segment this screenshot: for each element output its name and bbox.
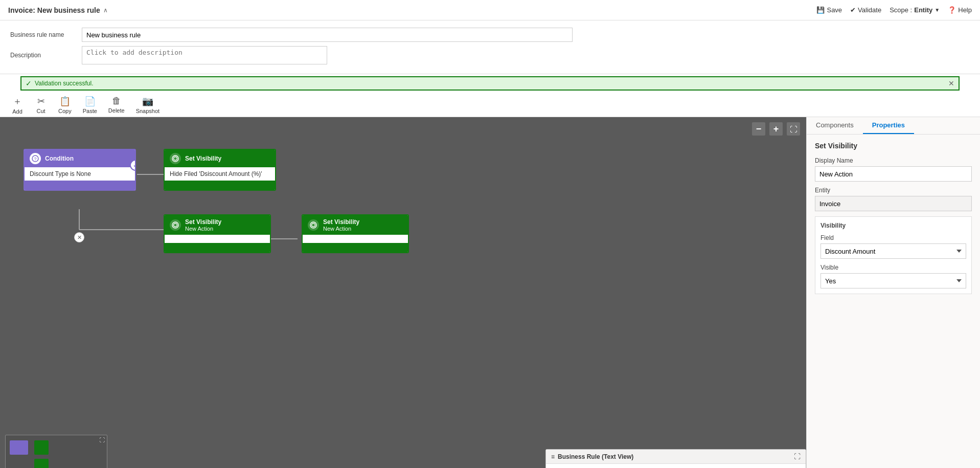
visible-select[interactable]: Yes No [821,273,966,288]
rule-name-row: Business rule name [10,28,970,42]
visible-label: Visible [821,264,966,271]
snapshot-button[interactable]: 📷 Snapshot [131,94,165,116]
text-view-title-text: Business Rule (Text View) [558,453,633,460]
visibility-subsection-title: Visibility [821,222,966,229]
field-select[interactable]: Discount Amount Discount Type Amount Tot… [821,243,966,259]
svg-point-10 [312,224,315,227]
page-title: Invoice: New business rule [8,6,100,14]
validation-message: Validation successful. [35,80,94,87]
condition-footer [25,181,135,190]
vis2-title: Set Visibility [185,218,221,226]
top-bar-left: Invoice: New business rule ∧ [8,6,108,14]
vis-node-1[interactable]: Set Visibility Hide Filed 'Dsiscount Amo… [164,149,276,191]
vis1-title: Set Visibility [185,155,221,162]
condition-subtitle: Discount Type is None [30,170,91,177]
vis3-subtitle: New Action [323,226,359,232]
mini-vis1 [34,440,49,455]
text-view-panel: ≡ Business Rule (Text View) ⛶ .. [545,449,806,468]
fit-button[interactable]: ⛶ [787,122,800,136]
rule-name-input[interactable] [82,28,573,42]
right-tabs: Components Properties [807,117,980,135]
right-panel: Components Properties Set Visibility Dis… [806,117,980,468]
validate-button[interactable]: ✔ Validate [850,6,881,14]
chevron-icon: ∧ [103,7,108,14]
condition-node[interactable]: ? Condition Discount Type is None ✓ [24,149,136,191]
description-label: Description [10,52,77,59]
delete-button[interactable]: 🗑 Delete [103,94,130,116]
save-button[interactable]: 💾 Save [816,6,842,14]
vis1-subtitle: Hide Filed 'Dsiscount Amount (%)' [170,170,262,177]
canvas-area: − + ⛶ ? Condition Discount Type is None … [0,117,980,468]
description-input[interactable] [82,46,327,64]
mini-map-expand-button[interactable]: ⛶ [99,437,105,443]
top-bar: Invoice: New business rule ∧ 💾 Save ✔ Va… [0,0,980,20]
vis2-subtitle: New Action [185,226,221,232]
help-icon: ❓ [948,6,956,14]
condition-icon: ? [30,153,41,164]
rule-name-label: Business rule name [10,31,77,38]
display-name-label: Display Name [815,157,972,164]
condition-body: Discount Type is None [25,167,135,181]
svg-point-6 [174,157,177,161]
save-icon: 💾 [816,6,825,14]
snapshot-icon: 📷 [142,96,153,107]
canvas[interactable]: − + ⛶ ? Condition Discount Type is None … [0,117,806,468]
validation-close-button[interactable]: ✕ [948,79,954,87]
copy-icon: 📋 [59,96,71,107]
validation-check-icon: ✓ [26,79,32,87]
vis2-icon [170,219,181,231]
right-panel-content: Set Visibility Display Name Entity Visib… [807,135,980,301]
cut-button[interactable]: ✂ Cut [30,94,52,116]
validation-bar: ✓ Validation successful. ✕ [20,76,960,91]
svg-point-8 [174,224,177,227]
mini-map: ⛶ [5,435,107,468]
vis3-icon [308,219,319,231]
scope-section: Scope : Entity ▼ [890,6,940,14]
vis1-icon [170,153,181,164]
entity-label: Entity [815,187,972,194]
panel-section-title: Set Visibility [815,142,972,150]
tab-components[interactable]: Components [807,117,863,134]
vis3-title: Set Visibility [323,218,359,226]
toolbar: ＋ Add ✂ Cut 📋 Copy 📄 Paste 🗑 Delete 📷 Sn… [0,93,980,117]
canvas-controls: − + ⛶ [752,122,800,136]
add-button[interactable]: ＋ Add [6,93,29,117]
validate-icon: ✔ [850,6,856,14]
text-view-body: .. [546,464,806,468]
x-button[interactable]: ✕ [74,232,84,242]
paste-icon: 📄 [84,96,96,107]
help-button[interactable]: ❓ Help [948,6,972,14]
condition-title: Condition [45,155,74,162]
mini-vis2 [34,459,49,468]
mini-condition [10,440,28,455]
text-view-icon: ≡ [551,453,555,460]
zoom-out-button[interactable]: − [752,122,765,136]
scope-chevron-icon: ▼ [935,7,940,13]
visibility-subsection: Visibility Field Discount Amount Discoun… [815,216,972,294]
vis-node-2[interactable]: Set Visibility New Action [164,214,271,253]
delete-icon: 🗑 [112,96,121,106]
display-name-input[interactable] [815,166,972,182]
description-row: Description [10,46,970,64]
cut-icon: ✂ [37,96,45,107]
form-area: Business rule name Description [0,20,980,74]
field-label: Field [821,234,966,241]
text-view-expand-button[interactable]: ⛶ [794,453,801,460]
zoom-in-button[interactable]: + [769,122,783,136]
copy-button[interactable]: 📋 Copy [53,94,77,116]
add-icon: ＋ [13,95,22,107]
svg-text:?: ? [34,157,36,162]
entity-input[interactable] [815,196,972,211]
scope-value: Entity [914,6,932,14]
tab-properties[interactable]: Properties [863,117,914,134]
vis-node-3[interactable]: Set Visibility New Action [302,214,409,253]
paste-button[interactable]: 📄 Paste [78,94,102,116]
top-bar-right: 💾 Save ✔ Validate Scope : Entity ▼ ❓ Hel… [816,6,972,14]
